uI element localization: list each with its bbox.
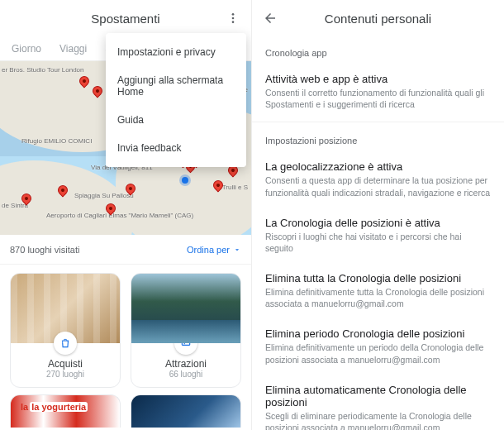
item-delete-period-history[interactable]: Elimina periodo Cronologia delle posizio… [252, 319, 504, 375]
category-cards: Acquisti 270 luoghi Attrazioni 66 luoghi [0, 265, 251, 388]
section-app-history: Cronologia app [252, 36, 504, 64]
svg-point-0 [232, 13, 235, 16]
item-auto-delete-history[interactable]: Elimina automaticamente Cronologia delle… [252, 375, 504, 430]
current-location-dot [182, 177, 188, 184]
item-title: La geolocalizzazione è attiva [265, 160, 491, 173]
item-title: Elimina automaticamente Cronologia delle… [265, 384, 491, 408]
svg-point-2 [232, 21, 235, 23]
card-sub: 66 luoghi [131, 370, 240, 379]
menu-item-settings-privacy[interactable]: Impostazioni e privacy [106, 38, 246, 66]
map-label-pallosu: Spiaggia Su Pallosu [74, 192, 134, 199]
item-sub: Scegli di eliminare periodicamente la Cr… [265, 410, 491, 430]
map-label-london: er Bros. Studio Tour London [2, 66, 83, 74]
personal-content-pane: Contenuti personali Cronologia app Attiv… [252, 0, 504, 430]
menu-item-add-home[interactable]: Aggiungi alla schermata Home [106, 66, 246, 106]
left-title: Spostamenti [91, 12, 159, 26]
svg-rect-3 [182, 342, 189, 346]
card-title: Acquisti [11, 358, 120, 370]
ticket-icon [174, 332, 197, 355]
item-sub: Riscopri i luoghi che hai visitato e i p… [265, 231, 491, 254]
card-sub: 270 luoghi [11, 370, 120, 379]
back-button[interactable] [252, 0, 288, 36]
caret-down-icon [233, 246, 241, 254]
tab-trips[interactable]: Viaggi [59, 43, 87, 55]
sort-by-label: Ordina per [187, 245, 230, 255]
item-location-history[interactable]: La Cronologia delle posizioni è attiva R… [252, 208, 504, 264]
section-location-settings: Impostazioni posizione [252, 124, 504, 152]
logo-text: la yogurteria [30, 402, 88, 412]
item-title: Elimina tutta la Cronologia delle posizi… [265, 272, 491, 284]
item-web-app-activity[interactable]: Attività web e app è attiva Consenti il … [252, 64, 504, 120]
card-image [11, 274, 120, 343]
tab-day[interactable]: Giorno [12, 43, 41, 55]
map-label-trulli: Trulli e S [222, 184, 248, 191]
map-label-emilio: Rifugio EMILIO COMICI [21, 137, 92, 145]
overflow-menu: Impostazioni e privacy Aggiungi alla sch… [106, 33, 246, 167]
item-geolocation[interactable]: La geolocalizzazione è attiva Consenti a… [252, 152, 504, 208]
more-vert-icon [226, 12, 240, 25]
card-shopping[interactable]: Acquisti 270 luoghi [10, 273, 121, 388]
divider [252, 122, 504, 122]
left-header: Spostamenti [0, 0, 251, 36]
menu-item-feedback[interactable]: Invia feedback [106, 134, 246, 162]
item-delete-all-history[interactable]: Elimina tutta la Cronologia delle posizi… [252, 264, 504, 319]
card-image [131, 274, 240, 343]
summary-bar: 870 luoghi visitati Ordina per [0, 235, 251, 265]
card-title: Attrazioni [131, 358, 240, 370]
card-partial-yogurteria[interactable]: lala yogurteria [10, 394, 121, 428]
places-visited-count: 870 luoghi visitati [10, 245, 79, 255]
right-title: Contenuti personali [325, 12, 431, 26]
item-sub: Elimina definitivamente tutta la Cronolo… [265, 286, 491, 309]
overflow-menu-button[interactable] [215, 0, 251, 36]
arrow-back-icon [263, 11, 278, 26]
sort-by-button[interactable]: Ordina per [187, 245, 241, 255]
item-sub: Elimina definitivamente un periodo della… [265, 342, 491, 365]
card-attractions[interactable]: Attrazioni 66 luoghi [131, 273, 241, 388]
item-title: La Cronologia delle posizioni è attiva [265, 217, 491, 229]
settings-list[interactable]: Cronologia app Attività web e app è atti… [252, 36, 504, 430]
item-title: Attività web e app è attiva [265, 73, 491, 85]
shopping-bag-icon [54, 332, 77, 355]
right-header: Contenuti personali [252, 0, 504, 36]
timeline-pane: Spostamenti Giorno Viaggi Si er Bros. St… [0, 0, 252, 430]
svg-point-1 [232, 17, 235, 20]
more-cards: lala yogurteria [0, 388, 251, 428]
menu-item-help[interactable]: Guida [106, 106, 246, 134]
item-sub: Consenti il corretto funzionamento di fu… [265, 87, 491, 110]
map-label-cagliari: Aeroporto di Cagliari Elmas "Mario Mamel… [46, 212, 193, 219]
item-sub: Consenti a questa app di determinare la … [265, 174, 491, 198]
card-partial[interactable] [131, 394, 241, 428]
item-title: Elimina periodo Cronologia delle posizio… [265, 327, 491, 340]
